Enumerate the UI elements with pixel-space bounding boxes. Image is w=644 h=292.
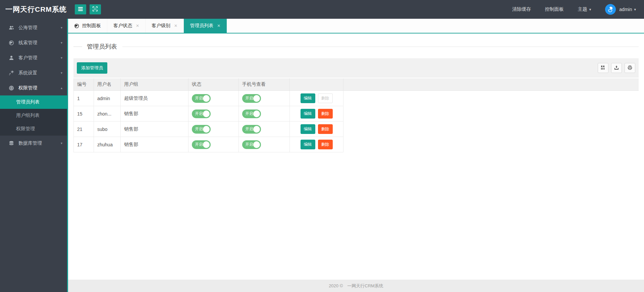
edit-button[interactable]: 编辑 bbox=[301, 109, 315, 119]
sidebar-item-public-pool[interactable]: 公海管理 ▾ bbox=[0, 20, 67, 35]
col-header-phone-view: 手机号查看 bbox=[239, 78, 290, 91]
toggle-knob bbox=[203, 141, 210, 148]
clear-cache-link[interactable]: 清除缓存 bbox=[512, 6, 531, 12]
chevron-down-icon: ▾ bbox=[61, 26, 62, 29]
divider bbox=[122, 47, 639, 47]
edit-button[interactable]: 编辑 bbox=[301, 140, 315, 149]
edit-button[interactable]: 编辑 bbox=[301, 124, 315, 134]
sidebar-item-settings[interactable]: 系统设置 ▾ bbox=[0, 65, 67, 80]
add-admin-button[interactable]: 添加管理员 bbox=[77, 62, 107, 74]
chevron-down-icon: ▾ bbox=[589, 7, 591, 12]
cell-group: 销售部 bbox=[121, 122, 189, 137]
toggle-knob bbox=[253, 111, 260, 117]
sidebar-item-customers[interactable]: 客户管理 ▾ bbox=[0, 50, 67, 65]
toggle-label: 开启 bbox=[245, 95, 253, 101]
tab-bar: 控制面板 客户状态 ✕ 客户级别 ✕ 管理员列表 ✕ bbox=[68, 19, 644, 33]
close-icon[interactable]: ✕ bbox=[136, 23, 139, 28]
cell-username: subo bbox=[94, 122, 121, 137]
export-button[interactable] bbox=[611, 63, 622, 73]
toggle-label: 开启 bbox=[195, 142, 203, 147]
status-toggle[interactable]: 开启 bbox=[192, 140, 211, 149]
print-button[interactable] bbox=[625, 63, 635, 73]
sidebar-subitem-user-group-list[interactable]: 用户组列表 bbox=[0, 109, 67, 122]
toggle-knob bbox=[253, 126, 260, 133]
sidebar-item-label: 线索管理 bbox=[18, 40, 37, 46]
tab-label: 控制面板 bbox=[82, 23, 101, 29]
subitem-label: 管理员列表 bbox=[16, 99, 40, 105]
chevron-down-icon: ▾ bbox=[61, 56, 62, 60]
cell-group: 销售部 bbox=[121, 137, 189, 152]
toggle-knob bbox=[253, 141, 260, 148]
toggle-knob bbox=[253, 95, 260, 102]
close-icon[interactable]: ✕ bbox=[174, 23, 177, 28]
phone-view-toggle[interactable]: 开启 bbox=[242, 125, 261, 134]
sidebar-item-permissions[interactable]: 权限管理 ▴ bbox=[0, 80, 67, 95]
delete-button[interactable]: 删除 bbox=[318, 109, 333, 119]
phone-view-toggle[interactable]: 开启 bbox=[242, 140, 261, 149]
columns-toggle-button[interactable] bbox=[598, 63, 608, 73]
user-icon bbox=[9, 55, 14, 61]
toggle-label: 开启 bbox=[245, 111, 253, 117]
export-icon bbox=[614, 65, 619, 71]
sidebar-item-label: 客户管理 bbox=[18, 55, 37, 61]
col-header-filler bbox=[343, 78, 639, 91]
tab-customer-status[interactable]: 客户状态 ✕ bbox=[107, 19, 146, 33]
sidebar-subitem-permission-manage[interactable]: 权限管理 bbox=[0, 122, 67, 136]
delete-button: 删除 bbox=[318, 93, 333, 103]
cell-username: zhon... bbox=[94, 106, 121, 122]
toggle-label: 开启 bbox=[195, 111, 203, 117]
cell-username: zhuhua bbox=[94, 137, 121, 152]
col-header-id: 编号 bbox=[74, 78, 94, 91]
sidebar: 公海管理 ▾ 线索管理 ▾ 客户管理 ▾ 系统设置 ▾ bbox=[0, 19, 67, 292]
avatar[interactable] bbox=[605, 4, 616, 15]
hamburger-icon bbox=[78, 7, 83, 12]
divider bbox=[73, 47, 82, 47]
toggle-knob bbox=[203, 126, 210, 133]
phone-view-toggle[interactable]: 开启 bbox=[242, 110, 261, 118]
subitem-label: 用户组列表 bbox=[16, 113, 40, 119]
table-filler bbox=[343, 91, 639, 152]
cell-id: 1 bbox=[74, 91, 94, 106]
status-toggle[interactable]: 开启 bbox=[192, 110, 211, 118]
edit-button[interactable]: 编辑 bbox=[301, 93, 315, 103]
columns-icon bbox=[601, 65, 605, 71]
phone-view-toggle[interactable]: 开启 bbox=[242, 94, 261, 103]
theme-dropdown[interactable]: 主题 ▾ bbox=[578, 6, 591, 12]
toggle-label: 开启 bbox=[245, 142, 253, 147]
cell-id: 15 bbox=[74, 106, 94, 122]
delete-button[interactable]: 删除 bbox=[318, 124, 333, 134]
status-toggle[interactable]: 开启 bbox=[192, 125, 211, 134]
toggle-knob bbox=[203, 111, 210, 117]
col-header-username: 用户名 bbox=[94, 78, 121, 91]
delete-button[interactable]: 删除 bbox=[318, 140, 333, 149]
control-panel-link[interactable]: 控制面板 bbox=[545, 6, 564, 12]
admin-table: 编号 用户名 用户组 状态 手机号查看 1 admin 超级管理员 开启 bbox=[73, 78, 639, 152]
table-toolbar: 添加管理员 bbox=[73, 58, 639, 78]
tab-customer-level[interactable]: 客户级别 ✕ bbox=[146, 19, 184, 33]
sidebar-item-database[interactable]: 数据库管理 ▾ bbox=[0, 136, 67, 151]
sidebar-item-label: 公海管理 bbox=[18, 25, 37, 31]
fullscreen-button[interactable] bbox=[90, 4, 101, 14]
app-title: 一网天行CRM系统 bbox=[5, 5, 67, 14]
page-title: 管理员列表 bbox=[87, 43, 117, 51]
sidebar-subitem-admin-list[interactable]: 管理员列表 bbox=[0, 95, 67, 109]
col-header-group: 用户组 bbox=[121, 78, 189, 91]
close-icon[interactable]: ✕ bbox=[217, 23, 220, 28]
cell-id: 17 bbox=[74, 137, 94, 152]
cell-id: 21 bbox=[74, 122, 94, 137]
footer: 2020 © 一网天行CRM系统 bbox=[68, 280, 644, 292]
cell-username: admin bbox=[94, 91, 121, 106]
sidebar-toggle-button[interactable] bbox=[75, 4, 86, 14]
sidebar-item-leads[interactable]: 线索管理 ▾ bbox=[0, 35, 67, 50]
status-toggle[interactable]: 开启 bbox=[192, 94, 211, 103]
tab-admin-list[interactable]: 管理员列表 ✕ bbox=[184, 19, 227, 33]
table-row: 1 admin 超级管理员 开启 开启 编辑删除 bbox=[74, 91, 639, 106]
tab-control-panel[interactable]: 控制面板 bbox=[68, 19, 107, 33]
col-header-actions bbox=[290, 78, 343, 91]
sidebar-item-label: 数据库管理 bbox=[18, 140, 42, 146]
tab-label: 客户状态 bbox=[113, 23, 132, 29]
expand-icon bbox=[93, 6, 98, 12]
user-dropdown[interactable]: admin ▾ bbox=[619, 7, 636, 12]
toggle-knob bbox=[203, 95, 210, 102]
globe-icon bbox=[9, 40, 14, 46]
